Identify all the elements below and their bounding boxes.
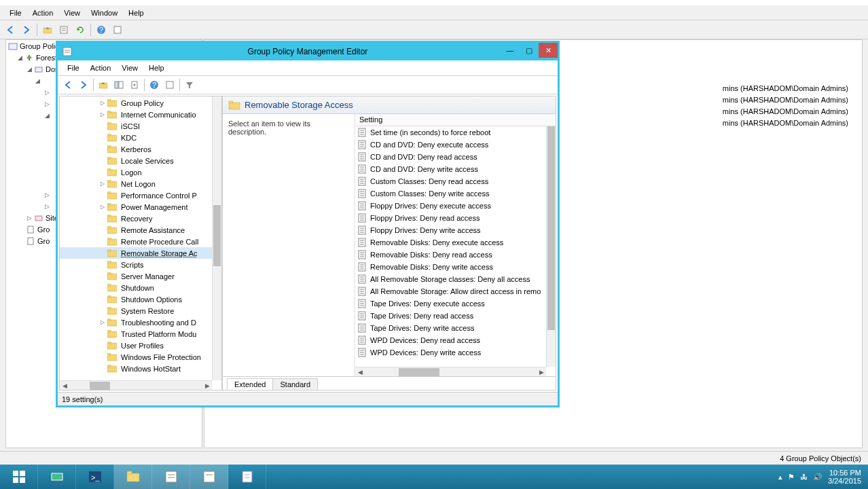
close-button[interactable]: ✕ — [539, 43, 558, 58]
back-icon[interactable] — [3, 22, 18, 37]
export-list-icon[interactable] — [127, 77, 142, 92]
filter-icon[interactable] — [182, 77, 197, 92]
menu-view[interactable]: View — [116, 62, 143, 73]
list-icon[interactable] — [110, 22, 125, 37]
expand-icon[interactable]: ◢ — [16, 54, 24, 61]
tree-scrollbar-h[interactable]: ◀▶ — [60, 380, 212, 390]
expand-icon[interactable]: ▷ — [101, 100, 107, 106]
expand-icon[interactable]: ◢ — [33, 77, 41, 84]
menu-action[interactable]: Action — [85, 62, 117, 73]
tree-node[interactable]: Removable Storage Ac — [60, 247, 221, 259]
tree-node[interactable]: Logon — [60, 166, 221, 178]
up-folder-icon[interactable] — [96, 77, 111, 92]
tree-node[interactable]: iSCSI — [60, 120, 221, 132]
refresh-icon[interactable] — [73, 22, 88, 37]
setting-row[interactable]: WPD Devices: Deny read access — [355, 334, 546, 346]
menu-help[interactable]: Help — [143, 62, 170, 73]
tree-node[interactable]: KDC — [60, 132, 221, 143]
tray-flag-icon[interactable]: ⚑ — [788, 473, 795, 482]
tree-scrollbar-v[interactable] — [212, 96, 221, 380]
setting-row[interactable]: WPD Devices: Deny write access — [355, 346, 546, 359]
setting-row[interactable]: Floppy Drives: Deny execute access — [355, 200, 546, 212]
editor-titlebar[interactable]: Group Policy Management Editor — ▢ ✕ — [58, 43, 558, 60]
settings-scrollbar-v[interactable] — [546, 126, 556, 367]
setting-row[interactable]: CD and DVD: Deny execute access — [355, 139, 546, 151]
expand-icon[interactable]: ▷ — [101, 181, 107, 187]
setting-row[interactable]: Set time (in seconds) to force reboot — [355, 126, 546, 139]
menu-action[interactable]: Action — [27, 7, 59, 18]
taskbar-powershell[interactable]: >_ — [76, 465, 114, 489]
setting-row[interactable]: Custom Classes: Deny write access — [355, 187, 546, 200]
admin-row[interactable]: mins (HARSHADOM\Domain Admins) — [723, 84, 848, 96]
maximize-button[interactable]: ▢ — [520, 43, 539, 58]
expand-icon[interactable]: ▷ — [25, 215, 33, 221]
setting-row[interactable]: Tape Drives: Deny read access — [355, 310, 546, 322]
help-icon[interactable]: ? — [94, 22, 109, 37]
taskbar-gpme[interactable] — [190, 465, 228, 489]
menu-file[interactable]: File — [62, 62, 85, 73]
menu-help[interactable]: Help — [123, 7, 149, 18]
tree-node[interactable]: Scripts — [60, 259, 221, 270]
expand-icon[interactable]: ▷ — [101, 111, 107, 117]
admin-row[interactable]: mins (HARSHADOM\Domain Admins) — [723, 96, 848, 107]
admin-row[interactable]: mins (HARSHADOM\Domain Admins) — [723, 107, 848, 119]
taskbar-gpmc[interactable] — [152, 465, 190, 489]
up-folder-icon[interactable] — [40, 22, 55, 37]
setting-row[interactable]: CD and DVD: Deny read access — [355, 151, 546, 163]
expand-icon[interactable]: ▷ — [43, 203, 51, 210]
setting-row[interactable]: All Removable Storage: Allow direct acce… — [355, 285, 546, 297]
expand-icon[interactable]: ◢ — [25, 66, 33, 73]
menu-file[interactable]: File — [4, 7, 27, 18]
tree-node[interactable]: Recovery — [60, 213, 221, 224]
tree-root-label[interactable]: Group Polic — [20, 42, 58, 50]
tray-up-icon[interactable]: ▴ — [778, 473, 782, 482]
setting-row[interactable]: Floppy Drives: Deny read access — [355, 212, 546, 224]
expand-icon[interactable]: ▷ — [43, 192, 51, 198]
tab-extended[interactable]: Extended — [227, 378, 273, 390]
tree-gpo2-label[interactable]: Gro — [37, 237, 50, 245]
tree-node[interactable]: User Profiles — [60, 340, 221, 351]
setting-row[interactable]: CD and DVD: Deny write access — [355, 163, 546, 175]
settings-column-header[interactable]: Setting — [355, 114, 556, 126]
setting-row[interactable]: Tape Drives: Deny execute access — [355, 297, 546, 310]
expand-icon[interactable]: ▷ — [101, 204, 107, 210]
settings-scrollbar-h[interactable]: ◀▶ — [355, 367, 546, 376]
tree-node[interactable]: Trusted Platform Modu — [60, 328, 221, 340]
properties-icon[interactable] — [162, 77, 177, 92]
tree-node[interactable]: Performance Control P — [60, 189, 221, 201]
tree-node[interactable]: ▷Power Management — [60, 201, 221, 213]
admin-row[interactable]: mins (HARSHADOM\Domain Admins) — [723, 119, 848, 130]
show-hide-tree-icon[interactable] — [111, 77, 126, 92]
editor-tree[interactable]: ▷Group Policy▷Internet CommunicatioiSCSI… — [59, 96, 222, 391]
menu-view[interactable]: View — [58, 7, 86, 18]
taskbar-server-manager[interactable] — [38, 465, 76, 489]
expand-icon[interactable]: ▷ — [43, 89, 51, 96]
tree-node[interactable]: Remote Assistance — [60, 224, 221, 236]
setting-row[interactable]: Removable Disks: Deny write access — [355, 261, 546, 273]
taskbar-explorer[interactable] — [114, 465, 152, 489]
forward-icon[interactable] — [19, 22, 34, 37]
tree-node[interactable]: ▷Group Policy — [60, 97, 221, 109]
tray-sound-icon[interactable]: 🔊 — [813, 473, 822, 482]
tree-node[interactable]: ▷Net Logon — [60, 178, 221, 189]
tree-node[interactable]: Locale Services — [60, 155, 221, 166]
expand-icon[interactable]: ▷ — [101, 319, 107, 325]
setting-row[interactable]: Removable Disks: Deny execute access — [355, 236, 546, 249]
minimize-button[interactable]: — — [501, 43, 520, 58]
tree-node[interactable]: System Restore — [60, 305, 221, 316]
forward-icon[interactable] — [76, 77, 91, 92]
tree-node[interactable]: Remote Procedure Call — [60, 236, 221, 247]
tree-node[interactable]: Kerberos — [60, 143, 221, 155]
taskbar-notepad[interactable] — [228, 465, 266, 489]
tree-gpo1-label[interactable]: Gro — [37, 225, 50, 234]
setting-row[interactable]: Custom Classes: Deny read access — [355, 175, 546, 187]
tray-clock[interactable]: 10:56 PM 3/24/2015 — [828, 469, 861, 485]
tree-node[interactable]: Windows File Protection — [60, 351, 221, 363]
setting-row[interactable]: All Removable Storage classes: Deny all … — [355, 273, 546, 285]
setting-row[interactable]: Removable Disks: Deny read access — [355, 249, 546, 261]
back-icon[interactable] — [60, 77, 75, 92]
properties-icon[interactable] — [56, 22, 71, 37]
tree-node[interactable]: ▷Internet Communicatio — [60, 109, 221, 120]
help-icon[interactable]: ? — [147, 77, 162, 92]
tree-node[interactable]: Shutdown — [60, 282, 221, 293]
